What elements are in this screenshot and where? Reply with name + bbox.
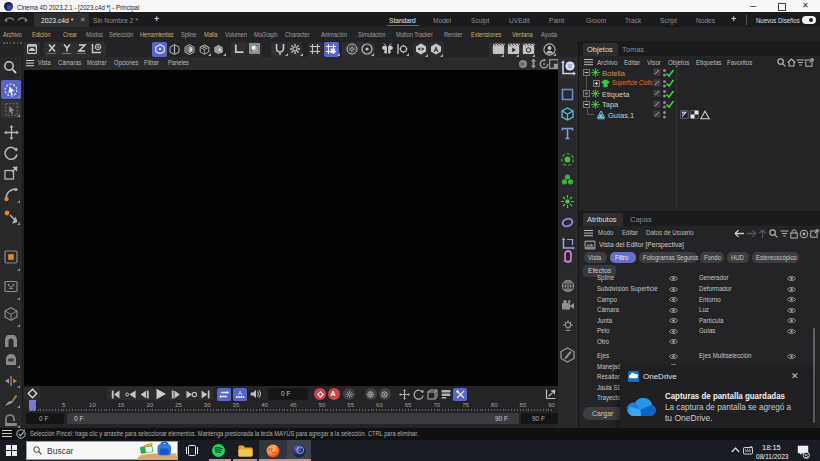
svg-text:A: A [237,390,241,396]
svg-text:5: 5 [805,452,808,458]
